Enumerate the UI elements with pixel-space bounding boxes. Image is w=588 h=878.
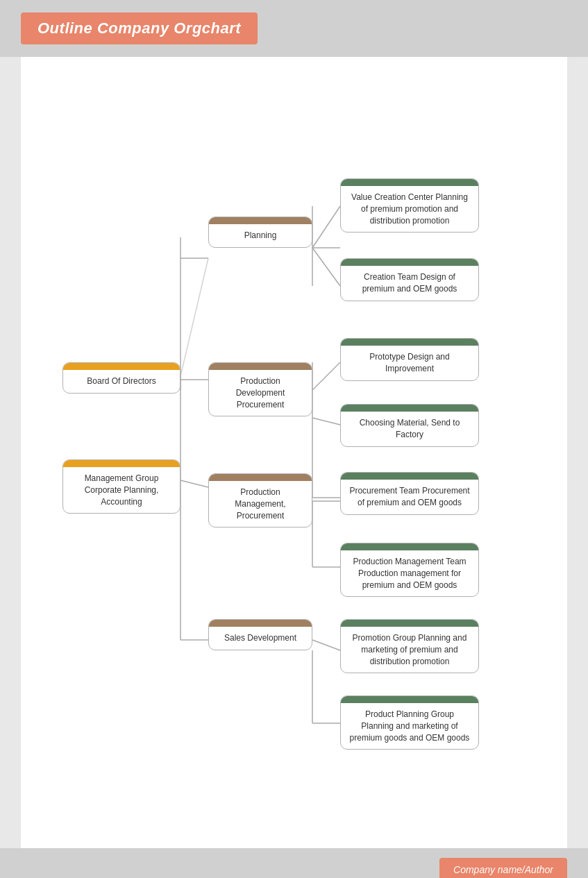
page-title: Outline Company Orgchart <box>37 19 241 37</box>
svg-line-3 <box>180 480 208 487</box>
node-product-planning: Product Planning Group Planning and mark… <box>340 695 479 750</box>
header: Outline Company Orgchart <box>0 0 588 57</box>
node-prototype: Prototype Design and Improvement <box>340 338 479 381</box>
material-accent <box>341 405 478 412</box>
footer-label: Company name/Author <box>453 864 553 875</box>
board-accent <box>63 363 180 370</box>
planning-label: Planning <box>209 224 312 247</box>
planning-accent <box>209 217 312 224</box>
product-planning-label: Product Planning Group Planning and mark… <box>341 703 478 749</box>
svg-line-11 <box>312 362 340 390</box>
node-sales: Sales Development <box>208 619 312 650</box>
svg-line-18 <box>312 640 340 650</box>
prod-mgmt-label: Production Management, Procurement <box>209 481 312 527</box>
creation-label: Creation Team Design of premium and OEM … <box>341 266 478 301</box>
procurement-label: Procurement Team Procurement of premium … <box>341 480 478 514</box>
svg-line-7 <box>312 206 340 248</box>
node-management: Management Group Corporate Planning, Acc… <box>62 459 180 514</box>
connector-lines <box>21 71 567 834</box>
node-material: Choosing Material, Send to Factory <box>340 404 479 447</box>
material-label: Choosing Material, Send to Factory <box>341 412 478 446</box>
prod-dev-label: Production Development Procurement <box>209 370 312 416</box>
node-value-creation: Value Creation Center Planning of premiu… <box>340 178 479 233</box>
prototype-accent <box>341 339 478 346</box>
management-label: Management Group Corporate Planning, Acc… <box>63 467 180 513</box>
footer-box: Company name/Author <box>439 858 567 878</box>
value-label: Value Creation Center Planning of premiu… <box>341 186 478 232</box>
prod-mgmt-accent <box>209 474 312 481</box>
creation-accent <box>341 259 478 266</box>
node-planning: Planning <box>208 217 312 248</box>
sales-accent <box>209 620 312 627</box>
prod-mgmt-team-label: Production Management Team Production ma… <box>341 550 478 596</box>
svg-line-0 <box>180 258 208 376</box>
node-procurement-team: Procurement Team Procurement of premium … <box>340 472 479 515</box>
procurement-accent <box>341 473 478 480</box>
svg-line-8 <box>312 248 340 286</box>
management-accent <box>63 460 180 467</box>
title-box: Outline Company Orgchart <box>21 12 258 44</box>
svg-line-12 <box>312 418 340 425</box>
node-prod-dev: Production Development Procurement <box>208 362 312 416</box>
orgchart: Board Of Directors Management Group Corp… <box>21 71 567 834</box>
node-creation-team: Creation Team Design of premium and OEM … <box>340 258 479 301</box>
prod-mgmt-team-accent <box>341 543 478 550</box>
prod-dev-accent <box>209 363 312 370</box>
node-promotion: Promotion Group Planning and marketing o… <box>340 619 479 673</box>
promotion-label: Promotion Group Planning and marketing o… <box>341 627 478 673</box>
board-label: Board Of Directors <box>63 370 180 393</box>
main-content: Board Of Directors Management Group Corp… <box>21 57 567 848</box>
prototype-label: Prototype Design and Improvement <box>341 346 478 380</box>
promotion-accent <box>341 620 478 627</box>
node-prod-mgmt-team: Production Management Team Production ma… <box>340 543 479 597</box>
product-planning-accent <box>341 696 478 703</box>
sales-label: Sales Development <box>209 627 312 650</box>
value-accent <box>341 179 478 186</box>
node-board: Board Of Directors <box>62 362 180 394</box>
footer: Company name/Author <box>0 848 588 878</box>
node-prod-mgmt: Production Management, Procurement <box>208 473 312 527</box>
